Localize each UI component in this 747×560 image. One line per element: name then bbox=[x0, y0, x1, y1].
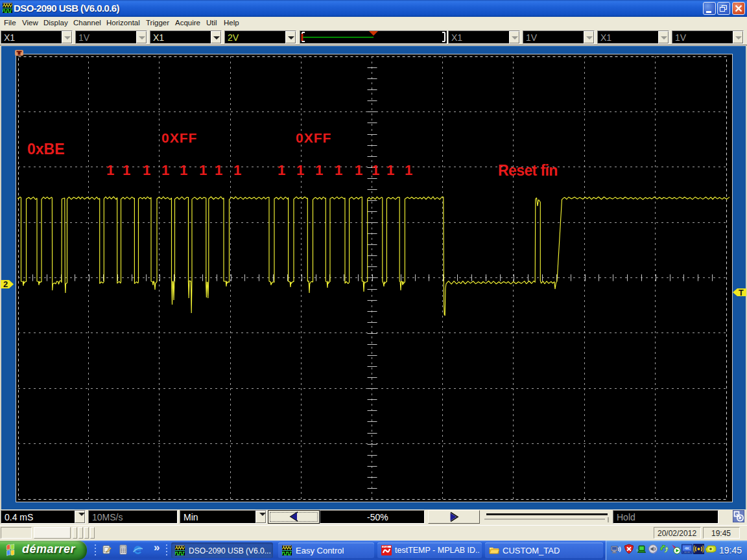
svg-text:00:00: 00:00 bbox=[684, 552, 690, 554]
svg-text:2: 2 bbox=[3, 280, 8, 288]
svg-text:MPLAB: MPLAB bbox=[383, 546, 388, 548]
svg-text:4K: 4K bbox=[685, 546, 690, 550]
svg-text:T: T bbox=[739, 288, 744, 296]
